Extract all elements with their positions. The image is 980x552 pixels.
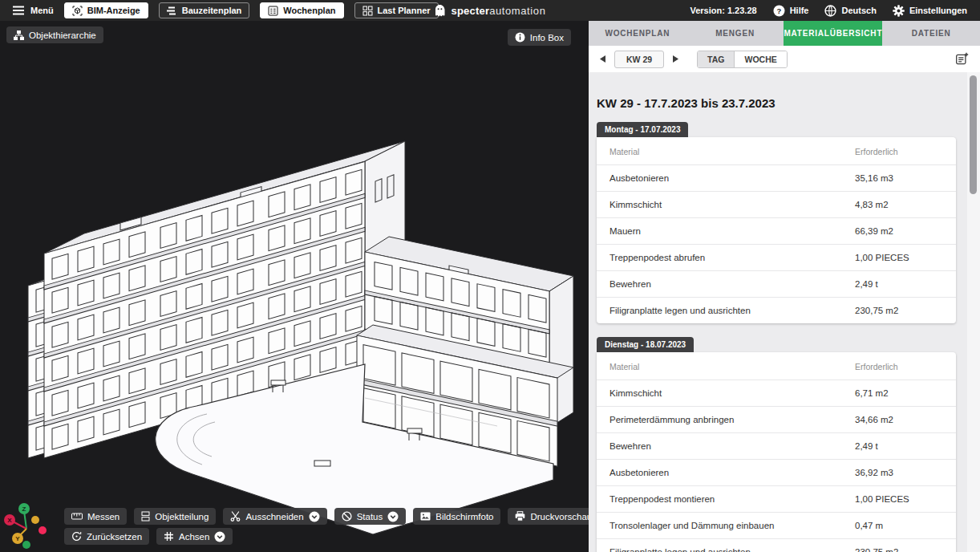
day-section-tuesday: Dienstag - 18.07.2023 Material Erforderl… (597, 336, 956, 552)
table-header: Material Erforderlich (597, 137, 956, 164)
printer-icon (515, 511, 525, 522)
column-required: Erforderlich (855, 362, 943, 371)
previous-week-button[interactable] (597, 54, 609, 64)
svg-text:Y: Y (15, 535, 20, 542)
gear-icon (893, 5, 905, 17)
bim-cube-icon (72, 6, 83, 16)
ghost-icon (435, 4, 446, 18)
globe-icon (824, 5, 836, 17)
gantt-icon (167, 6, 177, 15)
screenshot-button[interactable]: Bildschirmfoto (413, 508, 500, 525)
chevron-down-icon[interactable] (309, 511, 320, 522)
table-row: Treppenpodest montieren1,00 PIECES (597, 485, 956, 512)
table-row: Filigranplatte legen und ausrichten230,7… (597, 297, 956, 323)
tab-mengen[interactable]: MENGEN (686, 21, 784, 46)
ruler-icon (71, 513, 83, 520)
axes-button[interactable]: Achsen (156, 528, 233, 545)
svg-text:Z: Z (22, 505, 26, 513)
week-heading: KW 29 - 17.7.2023 bis 23.7.2023 (597, 96, 956, 110)
toggle-tag[interactable]: TAG (698, 51, 734, 67)
grid-hash-icon (164, 531, 174, 542)
day-badge: Dienstag - 18.07.2023 (597, 337, 694, 352)
grid-squares-icon (362, 6, 373, 16)
svg-text:X: X (7, 517, 12, 524)
table-row: Filigranplatte legen und ausrichten230,7… (597, 538, 956, 552)
slashed-circle-icon (342, 511, 352, 522)
axis-gizmo[interactable]: Z X Y (2, 496, 51, 549)
week-selector[interactable]: KW 29 (614, 51, 664, 68)
brand-name-light: automation (489, 5, 545, 17)
column-material: Material (609, 362, 855, 371)
tab-wochenplan[interactable]: WOCHENPLAN (589, 21, 686, 46)
menu-label: Menü (30, 6, 54, 15)
table-header: Material Erforderlich (597, 352, 956, 380)
svg-text:?: ? (776, 6, 781, 15)
week-toolbar: KW 29 TAG WOCHE (589, 46, 980, 72)
panel-tabs: WOCHENPLAN MENGEN MATERIALÜBERSICHT DATE… (589, 21, 980, 46)
table-row: Bewehren2,49 t (597, 432, 956, 459)
status-button[interactable]: Status (334, 508, 407, 525)
help-button[interactable]: ? Hilfe (773, 5, 809, 17)
scrollbar-thumb[interactable] (970, 75, 977, 194)
table-row: Kimmschicht4,83 m2 (597, 191, 956, 217)
day-badge: Montag - 17.07.2023 (597, 122, 688, 137)
menu-button[interactable]: Menü (13, 6, 54, 15)
image-icon (420, 512, 431, 521)
info-icon (515, 32, 525, 43)
view-button-bauzeitenplan[interactable]: Bauzeitenplan (159, 2, 250, 18)
hamburger-icon (13, 6, 24, 15)
stacked-boxes-icon (141, 511, 150, 522)
list-box-icon (268, 6, 278, 16)
settings-button[interactable]: Einstellungen (893, 5, 967, 17)
column-required: Erforderlich (855, 147, 943, 156)
print-preview-button[interactable]: Druckvorschau (508, 508, 589, 525)
tab-dateien[interactable]: DATEIEN (882, 21, 980, 46)
table-row: Perimeterdämmung anbringen34,66 m2 (597, 406, 956, 432)
table-row: Ausbetonieren36,92 m3 (597, 459, 956, 485)
app-window: Menü BIM-Anzeige Bauzeitenplan (0, 0, 980, 552)
help-icon: ? (773, 5, 785, 17)
material-table: Material Erforderlich Ausbetonieren35,16… (597, 137, 956, 323)
object-split-button[interactable]: Objektteilung (134, 508, 216, 525)
reset-icon (71, 531, 82, 542)
column-material: Material (609, 147, 855, 156)
day-week-toggle: TAG WOCHE (697, 51, 788, 68)
cut-button[interactable]: Ausschneiden (223, 508, 326, 525)
add-note-button[interactable] (955, 52, 969, 66)
3d-viewport[interactable]: Objekthierarchie Info Box Messen Objektt… (0, 21, 589, 552)
view-button-bim-anzeige[interactable]: BIM-Anzeige (64, 2, 148, 18)
brand-name-bold: specter (452, 5, 490, 17)
language-button[interactable]: Deutsch (824, 5, 876, 17)
tab-materialuebersicht[interactable]: MATERIALÜBERSICHT (784, 21, 882, 46)
top-bar: Menü BIM-Anzeige Bauzeitenplan (0, 0, 980, 21)
table-row: Mauern66,39 m2 (597, 217, 956, 244)
material-overview-content[interactable]: KW 29 - 17.7.2023 bis 23.7.2023 Montag -… (589, 72, 980, 552)
info-box-button[interactable]: Info Box (508, 29, 571, 46)
version-label: Version: 1.23.28 (690, 6, 756, 15)
view-button-wochenplan[interactable]: Wochenplan (260, 2, 343, 18)
table-row: Treppenpodest abrufen1,00 PIECES (597, 244, 956, 270)
scrollbar-track[interactable] (967, 72, 980, 552)
reset-view-button[interactable]: Zurücksetzen (64, 528, 149, 545)
object-hierarchy-button[interactable]: Objekthierarchie (6, 26, 103, 43)
brand-logo: specterautomation (435, 3, 546, 18)
building-model (0, 21, 589, 552)
table-row: Ausbetonieren35,16 m3 (597, 164, 956, 191)
material-table: Material Erforderlich Kimmschicht6,71 m2… (597, 352, 956, 552)
note-add-icon (955, 52, 969, 66)
day-section-monday: Montag - 17.07.2023 Material Erforderlic… (597, 121, 956, 323)
measure-button[interactable]: Messen (64, 508, 127, 525)
next-week-button[interactable] (670, 54, 682, 64)
triangle-left-icon (600, 55, 605, 63)
view-button-last-planner[interactable]: Last Planner (354, 2, 439, 18)
table-row: Kimmschicht6,71 m2 (597, 380, 956, 406)
chevron-down-icon[interactable] (387, 511, 399, 522)
side-panel: WOCHENPLAN MENGEN MATERIALÜBERSICHT DATE… (589, 21, 980, 552)
chevron-down-icon[interactable] (214, 531, 225, 542)
table-row: Bewehren2,49 t (597, 270, 956, 297)
hierarchy-icon (14, 30, 24, 40)
toggle-woche[interactable]: WOCHE (734, 51, 786, 67)
table-row: Tronsolenlager und Dämmung einbauen0,47 … (597, 512, 956, 538)
scissors-icon (230, 511, 241, 522)
triangle-right-icon (673, 55, 678, 63)
